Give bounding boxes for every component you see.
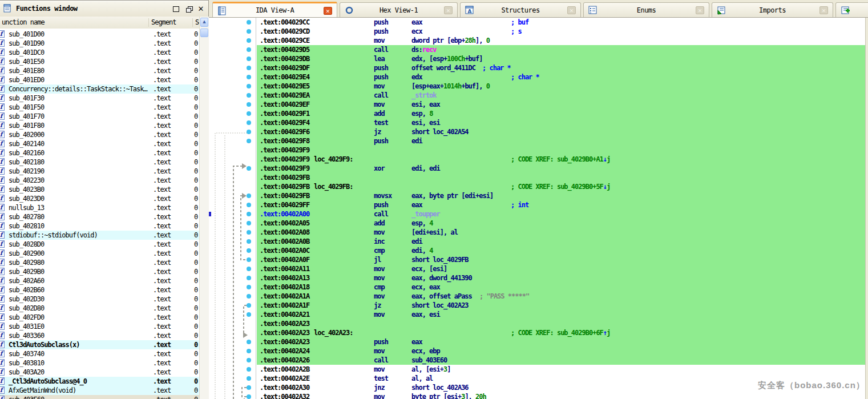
disassembly-line[interactable]: .text:004029EAcall_strtok xyxy=(257,91,865,100)
disassembly-line[interactable]: .text:004029CDpushecx; s xyxy=(257,27,865,36)
disassembly-line[interactable]: .text:004029D5callds:recv xyxy=(257,45,865,54)
function-row[interactable]: fsub_402900.text0 xyxy=(0,249,199,258)
tab-close-icon[interactable]: ✕ xyxy=(444,6,453,14)
function-row[interactable]: fsub_401D90.text0 xyxy=(0,39,199,48)
tab-structures[interactable]: AStructures✕ xyxy=(460,2,581,17)
float-button[interactable] xyxy=(184,5,193,13)
tab-imports[interactable]: Imports✕ xyxy=(712,2,833,17)
disassembly-line[interactable]: .text:004029FB xyxy=(257,173,865,182)
function-row[interactable]: fsub_403360.text0 xyxy=(0,331,199,340)
column-divider[interactable] xyxy=(192,18,193,27)
disassembly-line[interactable]: .text:00402A32movbyte ptr [esi+3], 20h xyxy=(257,392,865,399)
disassembly-line[interactable]: .text:00402A0Ccmpedi, 4 xyxy=(257,246,865,255)
disassembly-line[interactable]: .text:004029F4testesi, esi xyxy=(257,118,865,127)
tab-hex-view-1[interactable]: Hex View-1✕ xyxy=(340,2,458,17)
function-row[interactable]: fsub_403A20.text0 xyxy=(0,368,199,377)
disassembly-line[interactable]: .text:00402A26callsub_403E60 xyxy=(257,356,865,365)
disassembly-line[interactable]: .text:004029F1addesp, 8 xyxy=(257,109,865,118)
column-header-function-name[interactable]: unction name xyxy=(2,18,45,26)
function-row[interactable]: fsub_402180.text0 xyxy=(0,158,199,167)
close-button[interactable]: ✕ xyxy=(196,5,205,13)
column-header-start[interactable]: S xyxy=(195,18,199,26)
function-row[interactable]: fsub_401E80.text0 xyxy=(0,66,199,75)
disassembly-line[interactable]: .text:004029E4pushedx; char * xyxy=(257,72,865,82)
disassembly-line[interactable]: .text:004029F9 xyxy=(257,146,865,155)
disassembly-line[interactable]: .text:00402A05addesp, 4 xyxy=(257,219,865,228)
tab-enums[interactable]: Enums✕ xyxy=(583,2,709,17)
function-row[interactable]: fnullsub_13.text0 xyxy=(0,203,199,212)
function-row[interactable]: fsub_4031E0.text0 xyxy=(0,322,199,331)
disassembly-line[interactable]: .text:00402A23pusheax xyxy=(257,337,865,346)
function-row[interactable]: fsub_4029B0.text0 xyxy=(0,267,199,276)
function-row[interactable]: fsub_403740.text0 xyxy=(0,349,199,358)
listing-scrollbar[interactable] xyxy=(865,18,868,399)
disassembly-line[interactable]: .text:004029F9loc_4029F9:; CODE XREF: su… xyxy=(257,155,865,164)
function-row[interactable]: fsub_402A60.text0 xyxy=(0,276,199,285)
disassembly-line[interactable]: .text:004029EFmovesi, eax xyxy=(257,100,865,109)
disassembly-line[interactable]: .text:00402A24movecx, ebp xyxy=(257,346,865,356)
tab-ida-view-a[interactable]: IDA View-A✕ xyxy=(212,2,337,17)
tab-close-icon[interactable]: ✕ xyxy=(696,6,704,14)
disassembly-line[interactable]: .text:004029E5mov[esp+eax+1014h+buf], 0 xyxy=(257,82,865,91)
disassembly-line[interactable]: .text:004029FFpusheax; int xyxy=(257,200,865,209)
disassembly-line[interactable]: .text:004029F6jzshort loc_402A54 xyxy=(257,127,865,136)
disassembly-line[interactable]: .text:004029DBleaedx, [esp+100Ch+buf] xyxy=(257,54,865,63)
function-row[interactable]: fsub_402980.text0 xyxy=(0,258,199,267)
disassembly-line[interactable]: .text:00402A00call_toupper xyxy=(257,209,865,219)
function-row[interactable]: fsub_402230.text0 xyxy=(0,176,199,185)
function-row[interactable]: fsub_402780.text0 xyxy=(0,212,199,221)
function-row[interactable]: fsub_402D30.text0 xyxy=(0,295,199,304)
function-row[interactable]: fsub_402B60.text0 xyxy=(0,285,199,295)
function-row[interactable]: fsub_4023B0.text0 xyxy=(0,185,199,194)
tab-close-icon[interactable]: ✕ xyxy=(819,6,828,14)
functions-window-titlebar[interactable]: Functions window ✕ xyxy=(0,1,208,17)
function-row[interactable]: fsub_401F50.text0 xyxy=(0,103,199,112)
function-row[interactable]: fConcurrency::details::TaskStack::~Task…… xyxy=(0,84,199,94)
tab-close-icon[interactable]: ✕ xyxy=(567,6,576,14)
function-row[interactable]: fsub_4023D0.text0 xyxy=(0,194,199,203)
disassembly-line[interactable]: .text:00402A08mov[edi+esi], al xyxy=(257,228,865,237)
function-row[interactable]: fsub_401F30.text0 xyxy=(0,94,199,103)
disassembly-line[interactable]: .text:00402A18cmpecx, eax xyxy=(257,283,865,292)
function-row[interactable]: fsub_4028D0.text0 xyxy=(0,240,199,249)
disassembly-line[interactable]: .text:004029F8pushedi xyxy=(257,136,865,146)
function-row[interactable]: fsub_401E50.text0 xyxy=(0,57,199,66)
disassembly-line[interactable]: .text:00402A23loc_402A23:; CODE XREF: su… xyxy=(257,328,865,337)
function-row[interactable]: fsub_402D80.text0 xyxy=(0,304,199,313)
function-row[interactable]: f_Ctl3dAutoSubclass@4_0.text0 xyxy=(0,377,199,386)
column-header-segment[interactable]: Segment xyxy=(151,18,176,26)
function-row[interactable]: fsub_402160.text0 xyxy=(0,148,199,158)
functions-scrollbar[interactable]: ▲ xyxy=(199,17,209,399)
disassembly-line[interactable]: .text:00402A13moveax, dword_441390 xyxy=(257,273,865,283)
disassembly-line[interactable]: .text:00402A1Amoveax, offset aPass; "PAS… xyxy=(257,292,865,301)
function-row[interactable]: fsub_402140.text0 xyxy=(0,139,199,148)
disassembly-line[interactable]: .text:004029FBmovsxeax, byte ptr [edi+es… xyxy=(257,191,865,200)
function-row[interactable]: fCtl3dAutoSubclass(x).text0 xyxy=(0,340,199,349)
tab-partial[interactable] xyxy=(835,2,868,17)
scrollbar-thumb[interactable] xyxy=(200,29,208,37)
disassembly-line[interactable]: .text:004029FBloc_4029FB:; CODE XREF: su… xyxy=(257,182,865,191)
column-divider[interactable] xyxy=(148,18,149,27)
disassembly-line[interactable]: .text:004029CCpusheax; buf xyxy=(257,18,865,27)
disassembly-line[interactable]: .text:00402A21moveax, esi xyxy=(257,310,865,319)
maximize-button[interactable] xyxy=(171,5,180,13)
function-row[interactable]: fsub_402FD0.text0 xyxy=(0,313,199,322)
disassembly-line[interactable]: .text:00402A0Fjlshort loc_4029FB xyxy=(257,255,865,264)
scroll-up-button[interactable]: ▲ xyxy=(200,18,208,27)
function-row[interactable]: fsub_402000.text0 xyxy=(0,130,199,139)
function-row[interactable]: fAfxGetMainWnd(void).text0 xyxy=(0,386,199,395)
disassembly-line[interactable]: .text:00402A1Fjzshort loc_402A23 xyxy=(257,301,865,310)
function-row[interactable]: fsub_401D00.text0 xyxy=(0,30,199,39)
disassembly-line[interactable]: .text:004029CEmovdword ptr [ebp+28h], 0 xyxy=(257,36,865,45)
function-row[interactable]: fsub_401ED0.text0 xyxy=(0,75,199,84)
function-row[interactable]: fsub_402190.text0 xyxy=(0,167,199,176)
function-row[interactable]: fsub_401F80.text0 xyxy=(0,121,199,130)
disassembly-line[interactable]: .text:004029F9xoredi, edi xyxy=(257,164,865,173)
function-row[interactable]: fsub_401F70.text0 xyxy=(0,112,199,121)
disassembly-line[interactable]: .text:004029DFpushoffset word_4411DC; ch… xyxy=(257,63,865,72)
function-row[interactable]: fstdiobuf::~stdiobuf(void).text0 xyxy=(0,231,199,240)
function-row[interactable]: fsub_402810.text0 xyxy=(0,221,199,231)
disassembly-line[interactable]: .text:00402A23 xyxy=(257,319,865,328)
function-row[interactable]: fsub_401DC0.text0 xyxy=(0,48,199,57)
disassembly-line[interactable]: .text:00402A2Bmoval, [esi+3] xyxy=(257,365,865,374)
